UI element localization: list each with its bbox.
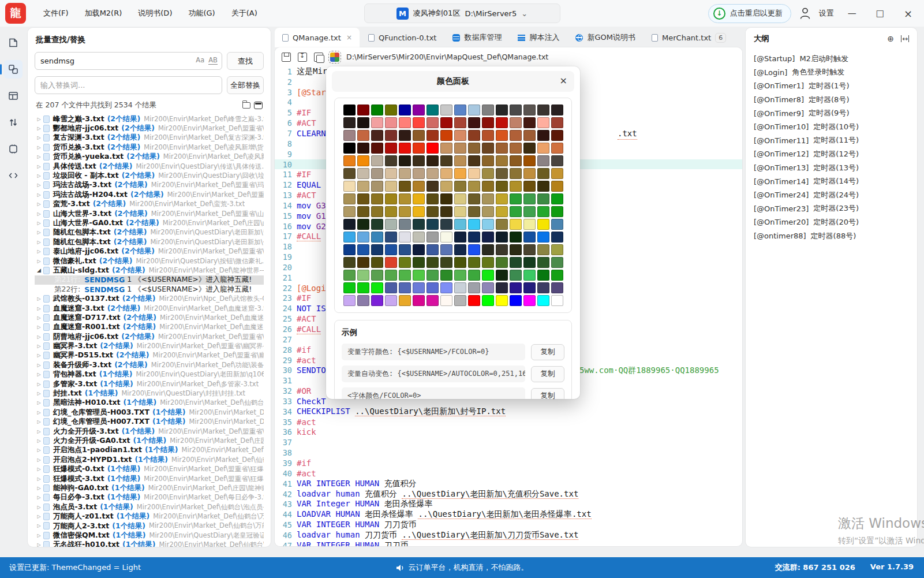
palette-color-swatch[interactable]	[399, 219, 411, 230]
palette-color-swatch[interactable]	[496, 155, 508, 166]
palette-color-swatch[interactable]	[357, 295, 369, 306]
palette-color-swatch[interactable]	[399, 193, 411, 204]
restart-update-button[interactable]: ↓ 点击重启以更新	[708, 4, 791, 23]
palette-color-swatch[interactable]	[468, 130, 480, 141]
chevron-collapsed-icon[interactable]: ▷	[35, 514, 43, 519]
palette-color-swatch[interactable]	[371, 117, 383, 128]
palette-color-swatch[interactable]	[510, 206, 522, 217]
palette-color-swatch[interactable]	[440, 168, 452, 179]
search-result-row[interactable]: ▷微信密保QM.txt(1个结果)Mir200\Envir\QuestDiary…	[35, 531, 264, 540]
minimize-button[interactable]: —	[842, 6, 862, 21]
palette-color-swatch[interactable]	[413, 105, 425, 115]
palette-color-swatch[interactable]	[440, 117, 452, 128]
palette-color-swatch[interactable]	[537, 206, 549, 217]
palette-color-swatch[interactable]	[551, 206, 563, 217]
copy-button[interactable]: 复制	[531, 344, 564, 360]
outline-item[interactable]: [@OnTimer11]定时器(11号)	[754, 134, 909, 148]
palette-color-swatch[interactable]	[468, 282, 480, 293]
palette-color-swatch[interactable]	[523, 219, 536, 230]
search-result-row[interactable]: ▷垃圾回收 - 副本.txt(2个结果)Mir200\Envir\QuestDi…	[35, 171, 264, 180]
chevron-collapsed-icon[interactable]: ▷	[35, 476, 43, 482]
search-result-row[interactable]: ▷无名战狂-h010.txt(1个结果)Mir200\Envir\Market_…	[35, 540, 264, 547]
palette-color-swatch[interactable]	[413, 181, 425, 192]
chevron-collapsed-icon[interactable]: ▷	[35, 419, 43, 424]
palette-color-swatch[interactable]	[343, 130, 356, 141]
palette-color-swatch[interactable]	[510, 257, 522, 268]
search-result-row[interactable]: ▷每日必争-3.txt(1个结果)Mir200\Envir\Market_Def…	[35, 493, 264, 502]
palette-color-swatch[interactable]	[371, 130, 383, 141]
palette-color-swatch[interactable]	[399, 206, 411, 217]
palette-color-swatch[interactable]	[537, 219, 549, 230]
palette-color-swatch[interactable]	[496, 257, 508, 268]
palette-color-swatch[interactable]	[454, 270, 466, 281]
search-result-row[interactable]: ▷背包神器.txt(1个结果)Mir200\Envir\QuestDiary\老…	[35, 370, 264, 379]
palette-color-swatch[interactable]	[357, 193, 369, 204]
search-result-row[interactable]: ▷微信豪礼.txt(2个结果)Mir200\Envir\QuestDiary\按…	[35, 256, 264, 266]
palette-color-swatch[interactable]	[343, 193, 356, 204]
chevron-collapsed-icon[interactable]: ▷	[35, 334, 43, 340]
copy-button[interactable]: 复制	[531, 388, 564, 400]
chevron-collapsed-icon[interactable]: ▷	[35, 182, 43, 188]
search-result-row[interactable]: ▷武馆教头-0137.txt(2个结果)Mir200\Envir\Npc_Def…	[35, 294, 264, 303]
palette-color-swatch[interactable]	[385, 244, 397, 255]
palette-color-swatch[interactable]	[523, 206, 536, 217]
folder-icon[interactable]	[242, 102, 250, 109]
chevron-collapsed-icon[interactable]: ▷	[35, 400, 43, 405]
palette-color-swatch[interactable]	[537, 257, 549, 268]
palette-color-swatch[interactable]	[482, 181, 494, 192]
palette-color-swatch[interactable]	[482, 282, 494, 293]
palette-color-swatch[interactable]	[413, 117, 425, 128]
palette-color-swatch[interactable]	[427, 168, 439, 179]
palette-color-swatch[interactable]	[343, 219, 356, 230]
palette-color-swatch[interactable]	[496, 117, 508, 128]
palette-color-swatch[interactable]	[496, 105, 508, 115]
palette-color-swatch[interactable]	[357, 168, 369, 179]
palette-color-swatch[interactable]	[399, 244, 411, 255]
palette-color-swatch[interactable]	[510, 219, 522, 230]
menu-item[interactable]: 关于(A)	[225, 5, 264, 22]
palette-color-swatch[interactable]	[357, 155, 369, 166]
search-result-row[interactable]: ▷多管家-3.txt(1个结果)Mir200\Envir\Market_Def\…	[35, 379, 264, 389]
palette-color-swatch[interactable]	[371, 181, 383, 192]
resize-width-icon[interactable]: ↔	[901, 35, 909, 42]
batch-replace-icon[interactable]	[4, 60, 23, 79]
palette-color-swatch[interactable]	[537, 232, 549, 243]
search-result-row[interactable]: ▷幽冥界-D515.txt(2个结果)Mir200\Envir\Market_D…	[35, 351, 264, 360]
palette-color-swatch[interactable]	[551, 181, 563, 192]
search-result-row[interactable]: ▷万能商人2-3.txt(1个结果)Mir200\Envir\Market_De…	[35, 521, 264, 531]
chevron-collapsed-icon[interactable]: ▷	[35, 249, 43, 254]
palette-color-swatch[interactable]	[427, 270, 439, 281]
search-result-row[interactable]: ▷能神驹-GA0.txt(1个结果)Mir200\Envir\Market_De…	[35, 483, 264, 493]
palette-color-swatch[interactable]	[371, 193, 383, 204]
color-panel-icon[interactable]	[330, 53, 339, 62]
palette-color-swatch[interactable]	[385, 282, 397, 293]
palette-color-swatch[interactable]	[510, 105, 522, 115]
palette-color-swatch[interactable]	[427, 117, 439, 128]
search-result-row[interactable]: ▷开启泡点2-HYPD1.txt(1个结果)Mir200\Envir\Marke…	[35, 455, 264, 464]
palette-color-swatch[interactable]	[385, 270, 397, 281]
tab-新GOM说明书[interactable]: 新GOM说明书	[568, 28, 643, 47]
palette-color-swatch[interactable]	[454, 117, 466, 128]
palette-color-swatch[interactable]	[440, 105, 452, 115]
palette-color-swatch[interactable]	[523, 181, 536, 192]
palette-color-swatch[interactable]	[551, 270, 563, 281]
palette-color-swatch[interactable]	[385, 193, 397, 204]
maximize-button[interactable]: □	[870, 6, 890, 21]
palette-color-swatch[interactable]	[454, 219, 466, 230]
palette-color-swatch[interactable]	[343, 232, 356, 243]
palette-color-swatch[interactable]	[537, 193, 549, 204]
search-result-row[interactable]: ◢五藏山-sldg.txt(2个结果)Mir200\Envir\Market_D…	[35, 266, 264, 275]
outline-item[interactable]: [@Login]角色登录时触发	[754, 66, 909, 80]
palette-color-swatch[interactable]	[357, 105, 369, 115]
palette-color-swatch[interactable]	[427, 282, 439, 293]
palette-color-swatch[interactable]	[399, 232, 411, 243]
code-line[interactable]: 36kick	[275, 427, 742, 438]
outline-item[interactable]: [@OnTimer10]定时器(10号)	[754, 120, 909, 134]
palette-color-swatch[interactable]	[343, 105, 356, 115]
palette-color-swatch[interactable]	[551, 168, 563, 179]
palette-color-swatch[interactable]	[510, 130, 522, 141]
palette-color-swatch[interactable]	[343, 244, 356, 255]
code-line[interactable]: 40#act	[275, 468, 742, 479]
palette-color-swatch[interactable]	[454, 105, 466, 115]
menu-item[interactable]: 说明书(D)	[131, 5, 179, 22]
